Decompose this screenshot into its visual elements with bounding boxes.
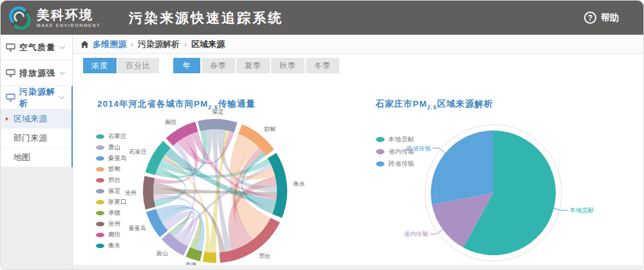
legend-marker-icon xyxy=(96,244,104,248)
pie-chart-svg[interactable]: 本地贡献省内传输跨省传输 xyxy=(381,104,644,270)
filter-spring-button[interactable]: 春季 xyxy=(202,58,235,73)
pie-callout-label: 跨省传输 xyxy=(406,145,431,152)
page-title: 污染来源快速追踪系统 xyxy=(129,9,283,27)
chord-city-label: 邢台 xyxy=(259,253,270,259)
sidebar-active-group: 污染源解析 区域来源 部门来源 地图 xyxy=(1,86,73,167)
sidebar-item-label: 排放源强 xyxy=(19,68,61,79)
brand-name-en: MAKE ENVIRONMENT xyxy=(37,23,100,28)
filter-concentration-button[interactable]: 浓度 xyxy=(83,58,117,73)
sidebar-subitem-map[interactable]: 地图 xyxy=(1,148,71,167)
chord-city-label: 石家庄 xyxy=(129,148,147,155)
home-icon[interactable] xyxy=(80,40,89,48)
chevron-down-icon xyxy=(59,94,64,99)
filter-year-button[interactable]: 年 xyxy=(173,58,200,73)
chord-legend-item[interactable]: 廊坊 xyxy=(96,231,127,239)
chord-city-label: 邯郸 xyxy=(264,126,276,132)
chevron-down-icon xyxy=(60,44,65,49)
breadcrumb: 多维溯源 › 污染源解析 › 区域来源 xyxy=(73,35,643,54)
monitor-icon xyxy=(6,69,15,77)
help-button[interactable]: ? 帮助 xyxy=(584,12,619,24)
breadcrumb-item[interactable]: 区域来源 xyxy=(191,39,225,50)
chord-city-label: 衡水 xyxy=(294,181,305,187)
filter-summer-button[interactable]: 夏季 xyxy=(236,58,270,73)
help-label: 帮助 xyxy=(601,12,619,24)
chord-legend-item[interactable]: 唐山 xyxy=(96,143,127,152)
sidebar-subitem-label: 地图 xyxy=(14,152,30,163)
breadcrumb-separator: › xyxy=(184,40,187,49)
legend-marker-icon xyxy=(96,156,104,161)
pie-callout-label: 省内传输 xyxy=(404,230,429,237)
legend-marker-icon xyxy=(96,233,104,237)
breadcrumb-item[interactable]: 多维溯源 xyxy=(93,39,126,50)
chord-legend-item[interactable]: 张家口 xyxy=(96,198,127,206)
legend-marker-icon xyxy=(96,222,104,226)
legend-marker-icon xyxy=(96,145,104,150)
legend-label: 衡水 xyxy=(108,242,120,250)
pie-callout-line xyxy=(553,208,568,210)
sidebar: 空气质量 排放源强 污染源解析 xyxy=(1,35,73,269)
sidebar-item-label: 污染源解析 xyxy=(19,86,60,109)
legend-marker-icon xyxy=(96,178,104,183)
chord-title-prefix: 2014年河北省各城市间PM xyxy=(97,99,208,109)
legend-marker-icon xyxy=(96,211,104,215)
legend-label: 唐山 xyxy=(108,143,120,152)
main-content: 多维溯源 › 污染源解析 › 区域来源 浓度 百分比 年 春季 夏季 秋季 冬季… xyxy=(73,35,643,269)
sidebar-item-label: 空气质量 xyxy=(19,42,61,53)
chord-city-label: 廊坊 xyxy=(165,119,176,125)
legend-label: 沧州 xyxy=(108,220,120,228)
chord-chart-title: 2014年河北省各城市间PM2.5传输通量 xyxy=(97,98,256,111)
filter-percentage-button[interactable]: 百分比 xyxy=(117,58,159,73)
chord-legend-item[interactable]: 承德 xyxy=(96,209,127,217)
legend-label: 承德 xyxy=(108,209,120,217)
legend-marker-icon xyxy=(96,189,104,194)
chord-legend-item[interactable]: 石家庄 xyxy=(96,132,127,141)
chord-city-label: 唐山 xyxy=(156,250,168,256)
legend-label: 保定 xyxy=(108,187,120,195)
sidebar-item-pollution-source-analysis[interactable]: 污染源解析 xyxy=(1,86,71,109)
app-window: 美科环境 MAKE ENVIRONMENT 污染来源快速追踪系统 ? 帮助 空气… xyxy=(0,0,644,270)
pie-callout-label: 本地贡献 xyxy=(570,206,595,213)
chord-chart-svg[interactable]: 石家庄唐山秦皇岛邯郸邢台保定张家口承德沧州廊坊衡水 xyxy=(123,110,310,270)
legend-label: 邯郸 xyxy=(108,165,120,174)
filter-winter-button[interactable]: 冬季 xyxy=(306,58,339,73)
chord-legend-item[interactable]: 衡水 xyxy=(96,242,127,250)
filter-autumn-button[interactable]: 秋季 xyxy=(271,58,305,73)
pie-callout-line xyxy=(430,229,444,234)
sidebar-subitem-label: 部门来源 xyxy=(14,132,47,144)
pie-slice-跨省传输[interactable] xyxy=(431,130,493,204)
legend-marker-icon xyxy=(96,167,104,172)
chord-legend-item[interactable]: 邢台 xyxy=(96,176,127,184)
sidebar-item-air-quality[interactable]: 空气质量 xyxy=(1,35,72,60)
monitor-icon xyxy=(6,93,15,102)
brand-text: 美科环境 MAKE ENVIRONMENT xyxy=(37,8,100,28)
monitor-icon xyxy=(6,43,15,51)
chord-arc-张家口[interactable] xyxy=(203,252,216,263)
breadcrumb-separator: › xyxy=(131,40,133,49)
sidebar-menu: 空气质量 排放源强 污染源解析 xyxy=(1,35,72,167)
sidebar-subitem-sector-source[interactable]: 部门来源 xyxy=(1,129,71,148)
chord-city-label: 保定 xyxy=(211,109,223,115)
legend-marker-icon xyxy=(96,134,104,139)
chord-legend-item[interactable]: 保定 xyxy=(96,187,127,195)
mode-toggle-group: 浓度 百分比 xyxy=(83,58,159,73)
footer-strip xyxy=(73,265,643,269)
legend-label: 邢台 xyxy=(108,176,120,184)
app-header: 美科环境 MAKE ENVIRONMENT 污染来源快速追踪系统 ? 帮助 xyxy=(1,1,643,35)
season-toggle-group: 年 春季 夏季 秋季 冬季 xyxy=(173,58,339,73)
active-caret-icon xyxy=(6,117,8,121)
sidebar-item-emission-source[interactable]: 排放源强 xyxy=(1,60,72,86)
sidebar-subitem-label: 区域来源 xyxy=(14,113,47,125)
chord-legend-item[interactable]: 邯郸 xyxy=(96,165,127,174)
sidebar-subitem-regional-source[interactable]: 区域来源 xyxy=(1,109,71,129)
chevron-down-icon xyxy=(60,69,65,75)
question-mark-icon: ? xyxy=(584,12,596,24)
brand-name-cn: 美科环境 xyxy=(37,8,100,21)
chord-title-suffix: 传输通量 xyxy=(218,99,256,109)
chord-legend-item[interactable]: 沧州 xyxy=(96,220,127,228)
chord-city-label: 秦皇岛 xyxy=(129,225,146,231)
legend-label: 廊坊 xyxy=(108,231,120,239)
chord-legend-item[interactable]: 秦皇岛 xyxy=(96,154,127,163)
legend-marker-icon xyxy=(96,200,104,204)
brand-logo-icon xyxy=(8,6,32,30)
breadcrumb-item[interactable]: 污染源解析 xyxy=(138,39,180,50)
